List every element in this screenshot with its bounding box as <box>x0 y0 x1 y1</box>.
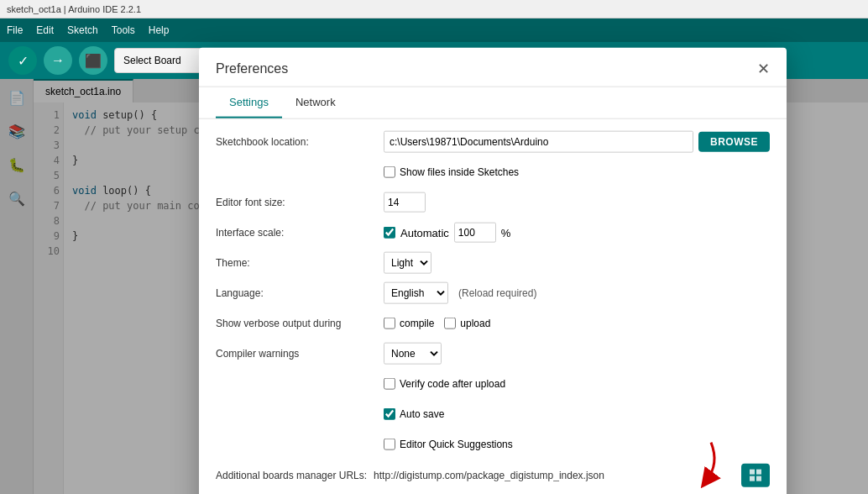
scale-label: Interface scale: <box>216 227 384 239</box>
scale-control: Automatic % <box>384 223 770 243</box>
font-size-row: Editor font size: <box>216 192 770 213</box>
title-text: sketch_oct1a | Arduino IDE 2.2.1 <box>7 4 141 14</box>
font-size-control <box>384 192 770 213</box>
show-files-row: Show files inside Sketches <box>216 161 770 183</box>
verify-control: Verify code after upload <box>384 378 770 390</box>
verify-row: Verify code after upload <box>216 373 770 395</box>
menu-edit[interactable]: Edit <box>36 24 54 36</box>
browse-button[interactable]: BROWSE <box>698 132 770 152</box>
menu-sketch[interactable]: Sketch <box>67 24 98 36</box>
show-files-text: Show files inside Sketches <box>400 166 519 178</box>
autosave-control: Auto save <box>384 408 770 420</box>
red-arrow-icon <box>661 439 728 489</box>
scale-row: Interface scale: Automatic % <box>216 222 770 244</box>
svg-rect-2 <box>756 470 761 475</box>
verify-checkbox[interactable] <box>384 378 395 390</box>
dialog-title: Preferences <box>216 61 288 76</box>
sketchbook-control: BROWSE <box>384 131 770 153</box>
tab-settings[interactable]: Settings <box>216 87 282 118</box>
ide-area: 📄 📚 🐛 🔍 sketch_oct1a.ino 12345 678910 vo… <box>0 79 868 494</box>
quick-suggestions-label: Editor Quick Suggestions <box>384 439 513 450</box>
upload-label: upload <box>444 318 490 329</box>
show-files-control: Show files inside Sketches <box>384 166 770 178</box>
reload-note: (Reload required) <box>458 287 536 299</box>
compile-label: compile <box>384 318 434 329</box>
verify-button[interactable]: ✓ <box>8 46 37 75</box>
automatic-checkbox[interactable] <box>384 227 395 239</box>
language-select[interactable]: English Español Français <box>384 282 448 304</box>
dialog-tabs: Settings Network <box>199 87 787 119</box>
language-label: Language: <box>216 287 384 299</box>
automatic-label: Automatic <box>400 226 449 239</box>
upload-text: upload <box>460 318 490 329</box>
sketchbook-label: Sketchbook location: <box>216 136 384 148</box>
verbose-label: Show verbose output during <box>216 318 384 329</box>
autosave-text: Auto save <box>400 408 444 420</box>
theme-label: Theme: <box>216 257 384 269</box>
url-edit-button[interactable] <box>741 464 770 487</box>
show-files-checkbox[interactable] <box>384 166 395 178</box>
upload-button[interactable]: → <box>44 46 72 75</box>
upload-checkbox[interactable] <box>444 318 456 329</box>
sketchbook-input[interactable] <box>384 131 693 153</box>
warnings-row: Compiler warnings None Default More All <box>216 343 770 365</box>
warnings-select[interactable]: None Default More All <box>384 343 442 365</box>
menu-help[interactable]: Help <box>149 24 170 36</box>
language-control: English Español Français (Reload require… <box>384 282 770 304</box>
dialog-header: Preferences ✕ <box>199 48 787 87</box>
svg-rect-1 <box>750 470 755 475</box>
title-bar: sketch_oct1a | Arduino IDE 2.2.1 <box>0 0 868 18</box>
warnings-control: None Default More All <box>384 343 770 365</box>
svg-rect-4 <box>756 476 761 481</box>
svg-rect-3 <box>750 476 755 481</box>
autosave-label: Auto save <box>384 408 444 420</box>
autosave-row: Auto save <box>216 403 770 425</box>
menu-tools[interactable]: Tools <box>112 24 135 36</box>
verbose-control: compile upload <box>384 318 770 329</box>
tab-network[interactable]: Network <box>282 87 349 118</box>
menu-bar: File Edit Sketch Tools Help <box>0 18 868 42</box>
theme-control: Light Dark <box>384 252 770 274</box>
theme-select[interactable]: Light Dark <box>384 252 431 274</box>
quick-suggestions-checkbox[interactable] <box>384 439 395 450</box>
sketchbook-row: Sketchbook location: BROWSE <box>216 131 770 153</box>
preferences-dialog: Preferences ✕ Settings Network Sketchboo… <box>199 48 787 494</box>
verify-label: Verify code after upload <box>384 378 505 390</box>
autosave-checkbox[interactable] <box>384 408 395 420</box>
verbose-row: Show verbose output during compile uploa… <box>216 313 770 334</box>
theme-row: Theme: Light Dark <box>216 252 770 274</box>
language-row: Language: English Español Français (Relo… <box>216 282 770 304</box>
close-button[interactable]: ✕ <box>757 60 770 78</box>
url-label: Additional boards manager URLs: <box>216 470 367 481</box>
compile-checkbox[interactable] <box>384 318 395 329</box>
menu-file[interactable]: File <box>7 24 23 36</box>
show-files-label: Show files inside Sketches <box>384 166 519 178</box>
percent-label: % <box>501 226 511 239</box>
scale-input[interactable] <box>454 223 496 243</box>
font-size-label: Editor font size: <box>216 197 384 208</box>
verify-text: Verify code after upload <box>400 378 505 390</box>
compile-text: compile <box>400 318 434 329</box>
dialog-body: Sketchbook location: BROWSE Show files i… <box>199 119 787 494</box>
warnings-label: Compiler warnings <box>216 348 384 360</box>
font-size-input[interactable] <box>384 192 426 213</box>
url-section: Additional boards manager URLs: <box>216 464 770 487</box>
debug-button[interactable]: ⬛ <box>79 46 107 75</box>
quick-suggestions-text: Editor Quick Suggestions <box>400 439 513 450</box>
edit-icon <box>749 469 762 482</box>
